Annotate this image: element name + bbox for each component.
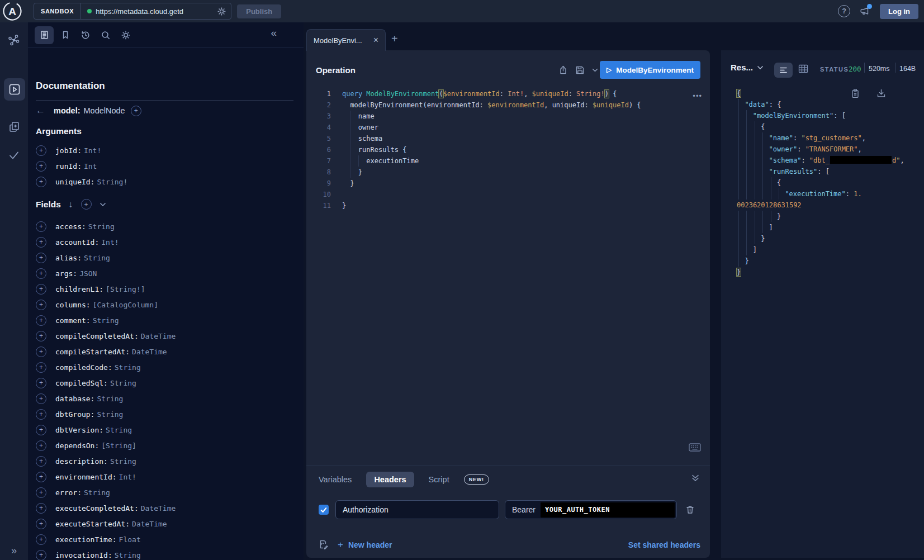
- field-type[interactable]: [String]: [101, 442, 136, 450]
- graph-icon[interactable]: [0, 28, 28, 53]
- field-row[interactable]: +args: JSON: [36, 265, 97, 281]
- add-to-operation-icon[interactable]: +: [36, 177, 46, 187]
- add-to-operation-icon[interactable]: +: [36, 550, 46, 560]
- add-field-icon[interactable]: +: [131, 106, 141, 116]
- add-to-operation-icon[interactable]: +: [36, 300, 46, 310]
- field-row[interactable]: +compiledCode: String: [36, 359, 141, 375]
- field-type[interactable]: String: [84, 254, 110, 262]
- add-to-operation-icon[interactable]: +: [36, 503, 46, 514]
- argument-row[interactable]: +uniqueId: String!: [36, 174, 127, 189]
- field-row[interactable]: +dbtGroup: String: [36, 406, 123, 422]
- bottom-tab-headers[interactable]: Headers: [366, 472, 414, 487]
- checks-icon[interactable]: [0, 143, 28, 168]
- add-to-operation-icon[interactable]: +: [36, 519, 46, 529]
- argument-type[interactable]: String!: [97, 178, 127, 186]
- field-type[interactable]: DateTime: [132, 348, 167, 356]
- publish-button[interactable]: Publish: [237, 4, 281, 18]
- field-type[interactable]: String: [97, 410, 123, 419]
- field-row[interactable]: +childrenL1: [String!]: [36, 281, 145, 297]
- run-operation-button[interactable]: ▷ ModelByEnvironment: [600, 61, 700, 79]
- header-presets-icon[interactable]: [319, 540, 329, 550]
- add-to-operation-icon[interactable]: +: [36, 378, 46, 388]
- raw-view-icon[interactable]: [774, 63, 793, 78]
- field-row[interactable]: +executeCompletedAt: DateTime: [36, 500, 176, 516]
- add-to-operation-icon[interactable]: +: [36, 284, 46, 295]
- field-row[interactable]: +description: String: [36, 453, 136, 469]
- help-icon[interactable]: ?: [838, 5, 850, 17]
- add-to-operation-icon[interactable]: +: [36, 237, 46, 248]
- add-to-operation-icon[interactable]: +: [36, 253, 46, 263]
- operation-tab[interactable]: ModelByEnvi... ×: [306, 29, 386, 51]
- field-type[interactable]: Float: [119, 535, 141, 544]
- field-row[interactable]: +dbtVersion: String: [36, 422, 132, 438]
- settings-gear-icon[interactable]: [116, 26, 135, 44]
- save-options-chevron-down-icon[interactable]: [592, 68, 598, 72]
- field-type[interactable]: String: [115, 551, 141, 559]
- header-key-input[interactable]: Authorization: [335, 500, 499, 519]
- close-tab-icon[interactable]: ×: [373, 35, 378, 45]
- bookmark-icon[interactable]: [56, 26, 75, 44]
- field-type[interactable]: String: [88, 222, 115, 231]
- field-type[interactable]: [String!]: [106, 285, 145, 293]
- add-to-operation-icon[interactable]: +: [36, 409, 46, 420]
- add-to-operation-icon[interactable]: +: [36, 440, 46, 451]
- add-to-operation-icon[interactable]: +: [36, 534, 46, 545]
- new-tab-icon[interactable]: +: [391, 32, 398, 45]
- field-type[interactable]: [CatalogColumn]: [93, 301, 158, 309]
- field-row[interactable]: +executeStartedAt: DateTime: [36, 516, 167, 531]
- add-to-operation-icon[interactable]: +: [36, 145, 46, 156]
- endpoint-input[interactable]: https://metadata.cloud.getd: [81, 3, 216, 19]
- field-row[interactable]: +executionTime: Float: [36, 531, 141, 547]
- response-json[interactable]: {"data": {"modelByEnvironment": [{"name"…: [721, 88, 924, 278]
- login-button[interactable]: Log in: [880, 4, 918, 19]
- field-row[interactable]: +compiledSql: String: [36, 375, 136, 391]
- save-operation-icon[interactable]: [575, 65, 585, 75]
- set-shared-headers-link[interactable]: Set shared headers: [628, 540, 700, 549]
- field-row[interactable]: +compileStartedAt: DateTime: [36, 344, 167, 359]
- header-value-input[interactable]: Bearer YOUR_AUTH_TOKEN: [505, 500, 677, 519]
- field-type[interactable]: JSON: [79, 269, 97, 278]
- keyboard-shortcuts-icon[interactable]: [689, 443, 701, 452]
- field-row[interactable]: +database: String: [36, 391, 123, 406]
- apollo-logo-icon[interactable]: A: [2, 1, 22, 21]
- new-header-button[interactable]: + New header: [338, 539, 392, 550]
- breadcrumb-type[interactable]: ModelNode: [84, 106, 125, 115]
- argument-type[interactable]: Int: [84, 162, 97, 170]
- field-type[interactable]: String: [97, 395, 123, 403]
- field-row[interactable]: +access: String: [36, 219, 115, 234]
- field-row[interactable]: +accountId: Int!: [36, 234, 119, 250]
- field-type[interactable]: String: [110, 457, 136, 466]
- field-type[interactable]: String: [93, 316, 119, 325]
- graphql-editor[interactable]: 1query ModelByEnvironment($environmentId…: [306, 88, 710, 222]
- back-arrow-icon[interactable]: ←: [36, 105, 48, 116]
- field-row[interactable]: +dependsOn: [String]: [36, 438, 136, 453]
- field-type[interactable]: String: [115, 363, 141, 372]
- expand-rail-icon[interactable]: »: [0, 545, 28, 557]
- search-icon[interactable]: [96, 26, 115, 44]
- add-to-operation-icon[interactable]: +: [36, 393, 46, 404]
- add-to-operation-icon[interactable]: +: [36, 268, 46, 279]
- add-to-operation-icon[interactable]: +: [36, 347, 46, 357]
- fields-chevron-down-icon[interactable]: [99, 202, 106, 207]
- add-to-operation-icon[interactable]: +: [36, 472, 46, 482]
- sort-fields-icon[interactable]: ↓: [69, 200, 73, 210]
- documentation-tab-icon[interactable]: [35, 26, 54, 44]
- field-row[interactable]: +error: String: [36, 485, 110, 500]
- collapse-panel-icon[interactable]: «: [271, 27, 277, 39]
- delete-header-trash-icon[interactable]: [685, 505, 695, 515]
- field-row[interactable]: +environmentId: Int!: [36, 469, 136, 485]
- field-type[interactable]: DateTime: [141, 504, 176, 512]
- field-type[interactable]: String: [84, 488, 110, 497]
- add-to-operation-icon[interactable]: +: [36, 456, 46, 467]
- add-to-operation-icon[interactable]: +: [36, 362, 46, 373]
- add-to-operation-icon[interactable]: +: [36, 331, 46, 341]
- field-row[interactable]: +invocationId: String: [36, 547, 141, 560]
- collapse-bottom-panel-icon[interactable]: [691, 473, 700, 482]
- history-icon[interactable]: [76, 26, 95, 44]
- share-operation-icon[interactable]: [558, 65, 568, 75]
- field-type[interactable]: Int!: [119, 473, 136, 481]
- add-to-operation-icon[interactable]: +: [36, 161, 46, 172]
- add-to-operation-icon[interactable]: +: [36, 487, 46, 498]
- field-row[interactable]: +compileCompletedAt: DateTime: [36, 328, 176, 344]
- argument-row[interactable]: +jobId: Int!: [36, 143, 101, 158]
